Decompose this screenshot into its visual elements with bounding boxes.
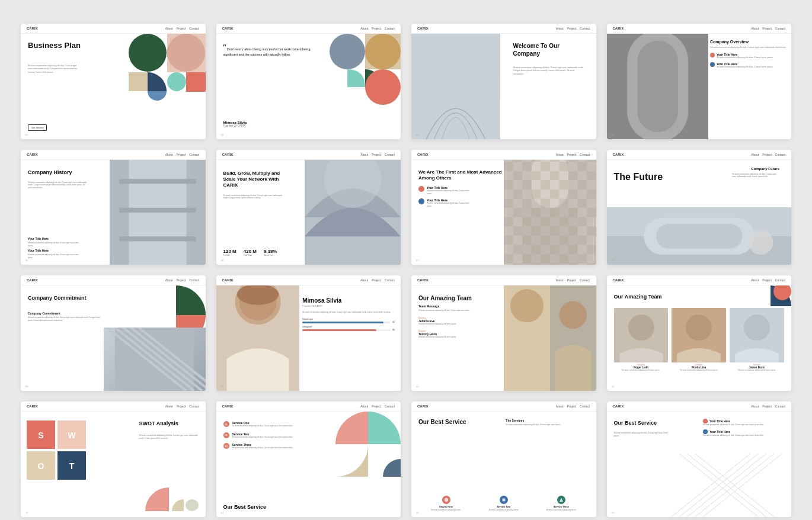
nav-about-11[interactable]: About [556, 278, 564, 282]
nav-contact-1[interactable]: Contact [189, 27, 199, 30]
nav-project-14[interactable]: Project [372, 405, 381, 408]
s9-text: Sit amet consectetur adipiscing elit dui… [28, 316, 105, 322]
s15-service-3: Service Three Sit amet consectetur adipi… [535, 496, 587, 511]
nav-about-13[interactable]: About [165, 405, 173, 408]
nav-project-8[interactable]: Project [762, 153, 772, 156]
brand-8: CARIX [613, 153, 624, 156]
s6-stat-label-2: Total Scale [244, 254, 257, 256]
s9-shapes [146, 285, 206, 333]
nav-project-5[interactable]: Project [177, 153, 186, 156]
s1-btn[interactable]: Get Started [28, 124, 47, 131]
s11-m1-text: Sit amet consectetur adipiscing elit lor… [418, 323, 505, 326]
nav-10: CARIX About Project Contact [216, 275, 401, 285]
s16-icon-2 [703, 429, 708, 434]
s1-text: Sit amet consectetur adipiscing elit dui… [28, 65, 81, 74]
nav-contact-3[interactable]: Contact [580, 27, 590, 30]
nav-project-7[interactable]: Project [567, 153, 577, 156]
s5-sub-title-2: Your Title Here [28, 249, 81, 252]
nav-about-12[interactable]: About [751, 278, 759, 282]
nav-about-15[interactable]: About [556, 405, 564, 408]
nav-links-14: About Project Contact [360, 405, 395, 408]
nav-contact-13[interactable]: Contact [189, 405, 199, 408]
svg-text:O: O [38, 461, 44, 471]
nav-about-16[interactable]: About [751, 405, 759, 408]
nav-about-9[interactable]: About [165, 278, 173, 282]
slide-commitment: CARIX About Project Contact Company Comm… [21, 275, 206, 391]
s15-s-title-3: Service Three [535, 505, 587, 508]
nav-project-6[interactable]: Project [372, 153, 381, 156]
nav-contact-12[interactable]: Contact [775, 278, 785, 282]
s4-item-2-text: Your Title Here Sit amet consectetur adi… [717, 62, 773, 69]
s2-shapes [330, 34, 401, 105]
nav-links-4: About Project Contact [751, 27, 785, 30]
s6-stat-3: 9.38% Market Cap [264, 249, 277, 256]
slide-body-5: Company History Sit amet consectetur adi… [21, 160, 206, 265]
s4-title: Company Overview [710, 40, 791, 44]
svg-text:T: T [69, 461, 75, 471]
nav-links-7: About Project Contact [556, 153, 590, 156]
nav-project-1[interactable]: Project [177, 27, 186, 30]
nav-about-7[interactable]: About [556, 153, 564, 156]
nav-about-6[interactable]: About [360, 153, 368, 156]
nav-contact-9[interactable]: Contact [189, 278, 199, 282]
nav-project-12[interactable]: Project [762, 278, 772, 282]
nav-contact-10[interactable]: Contact [385, 278, 395, 282]
nav-contact-6[interactable]: Contact [385, 153, 395, 156]
s10-text: Sit amet consectetur adipiscing elit dui… [302, 311, 395, 314]
nav-about-8[interactable]: About [751, 153, 759, 156]
nav-11: CARIX About Project Contact [411, 275, 596, 285]
nav-project-16[interactable]: Project [762, 405, 772, 408]
nav-contact-4[interactable]: Contact [775, 27, 785, 30]
s10-bar-fill-2 [302, 329, 376, 331]
s10-person-img [216, 285, 299, 391]
nav-about-3[interactable]: About [556, 27, 564, 30]
nav-contact-16[interactable]: Contact [775, 405, 785, 408]
brand-1: CARIX [27, 27, 38, 30]
nav-contact-15[interactable]: Contact [580, 405, 590, 408]
brand-9: CARIX [27, 278, 38, 282]
nav-8: CARIX About Project Contact [607, 150, 792, 160]
nav-3: CARIX About Project Contact [411, 24, 596, 34]
nav-project-9[interactable]: Project [177, 278, 186, 282]
nav-about-4[interactable]: About [751, 27, 759, 30]
nav-about-1[interactable]: About [165, 27, 173, 30]
nav-contact-2[interactable]: Contact [385, 27, 395, 30]
nav-project-13[interactable]: Project [177, 405, 186, 408]
svg-point-48 [510, 290, 544, 323]
s16-title: Our Best Service [614, 420, 657, 426]
nav-contact-7[interactable]: Contact [580, 153, 590, 156]
nav-about-2[interactable]: About [360, 27, 368, 30]
nav-project-4[interactable]: Project [762, 27, 772, 30]
svg-rect-68 [502, 498, 505, 501]
nav-project-2[interactable]: Project [372, 27, 381, 30]
s14-num-3: 03 [223, 443, 229, 449]
nav-contact-11[interactable]: Contact [580, 278, 590, 282]
s16-line-art [662, 454, 791, 517]
svg-point-3 [129, 34, 167, 72]
nav-about-5[interactable]: About [165, 153, 173, 156]
brand-12: CARIX [613, 278, 624, 282]
nav-contact-5[interactable]: Contact [189, 153, 199, 156]
nav-contact-14[interactable]: Contact [385, 405, 395, 408]
s5-sub: Your Title Here Sit amet consectetur adi… [28, 237, 81, 247]
s11-member-2: Designer Tommy Honk Sit amet consectetur… [418, 330, 505, 339]
page-num-7: 07 [416, 259, 418, 262]
nav-about-10[interactable]: About [360, 278, 368, 282]
nav-project-11[interactable]: Project [567, 278, 577, 282]
s12-member-1: Designer Roger Lieth Sit amet consectetu… [614, 308, 669, 371]
s2-author-role: Founder Of CARIX [223, 124, 247, 127]
svg-rect-20 [119, 207, 196, 212]
s4-icon-2 [710, 62, 715, 67]
nav-contact-8[interactable]: Contact [775, 153, 785, 156]
s14-item-3: 03 Service Three Sit amet consectetur ad… [223, 443, 312, 450]
s10-bar-label-1: Developer [302, 317, 395, 320]
nav-about-14[interactable]: About [360, 405, 368, 408]
brand-6: CARIX [222, 153, 234, 156]
nav-project-10[interactable]: Project [372, 278, 381, 282]
s4-item-1-text: Your Title Here Sit amet consectetur adi… [717, 53, 773, 59]
s5-title: Company History [28, 169, 72, 175]
nav-project-15[interactable]: Project [567, 405, 577, 408]
nav-project-3[interactable]: Project [567, 27, 577, 30]
s3-title: Welcome To Our Company [513, 42, 584, 57]
s4-item-1: Your Title Here Sit amet consectetur adi… [710, 53, 791, 59]
